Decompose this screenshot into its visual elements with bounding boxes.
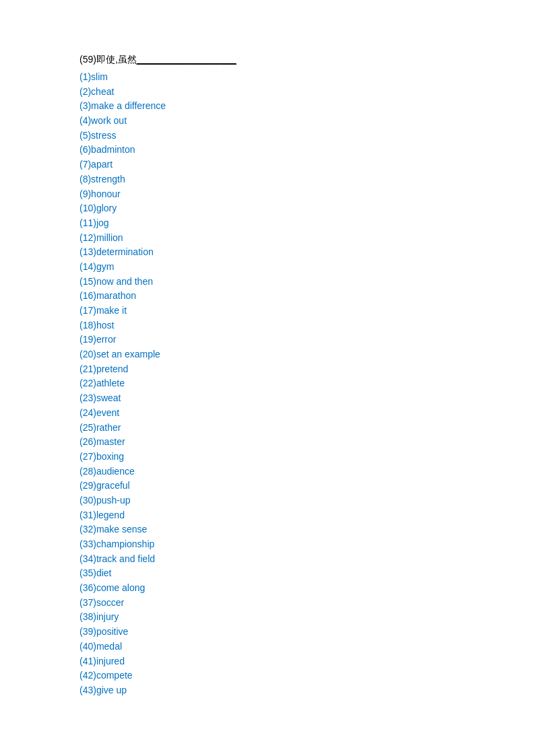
vocab-item: (13)determination [80, 245, 508, 260]
vocab-item: (18)host [80, 318, 508, 333]
vocab-item: (39)positive [80, 625, 508, 640]
vocab-item: (5)stress [80, 129, 508, 143]
vocab-item: (9)honour [80, 187, 508, 202]
vocab-item: (41)injured [80, 654, 508, 669]
header-label: (59)即使,虽然 [80, 54, 137, 65]
header-underline: ___________________ [137, 54, 237, 65]
vocab-item: (27)boxing [80, 450, 508, 465]
vocab-item: (24)event [80, 406, 508, 421]
vocab-item: (3)make a difference [80, 99, 508, 114]
vocab-item: (30)push-up [80, 493, 508, 508]
vocab-item: (7)apart [80, 158, 508, 172]
vocab-item: (36)come along [80, 581, 508, 596]
vocab-item: (28)audience [80, 465, 508, 479]
vocab-item: (16)marathon [80, 289, 508, 304]
vocab-item: (40)medal [80, 640, 508, 654]
vocab-item: (2)cheat [80, 85, 508, 100]
vocab-item: (20)set an example [80, 347, 508, 362]
vocab-item: (29)graceful [80, 479, 508, 493]
vocab-item: (12)million [80, 231, 508, 246]
vocab-item: (37)soccer [80, 596, 508, 611]
vocab-item: (25)rather [80, 421, 508, 436]
vocab-item: (19)error [80, 333, 508, 347]
vocab-item: (43)give up [80, 683, 508, 698]
vocab-item: (26)master [80, 435, 508, 450]
vocab-item: (8)strength [80, 172, 508, 187]
vocab-item: (34)track and field [80, 552, 508, 567]
vocab-item: (6)badminton [80, 143, 508, 158]
vocab-item: (15)now and then [80, 275, 508, 289]
vocab-item: (42)compete [80, 668, 508, 683]
vocab-item: (17)make it [80, 304, 508, 318]
vocab-item: (11)jog [80, 216, 508, 231]
vocab-item: (33)championship [80, 537, 508, 552]
vocab-list: (1)slim(2)cheat(3)make a difference(4)wo… [80, 70, 508, 698]
vocab-item: (23)sweat [80, 391, 508, 406]
vocab-item: (4)work out [80, 114, 508, 129]
vocab-item: (38)injury [80, 610, 508, 625]
vocab-item: (14)gym [80, 260, 508, 275]
vocab-item: (22)athlete [80, 376, 508, 391]
vocab-item: (1)slim [80, 70, 508, 85]
vocab-item: (32)make sense [80, 522, 508, 537]
vocab-item: (21)pretend [80, 362, 508, 377]
header-line: (59)即使,虽然___________________ [80, 54, 508, 66]
vocab-item: (31)legend [80, 508, 508, 523]
vocab-item: (35)diet [80, 566, 508, 581]
vocab-item: (10)glory [80, 201, 508, 216]
